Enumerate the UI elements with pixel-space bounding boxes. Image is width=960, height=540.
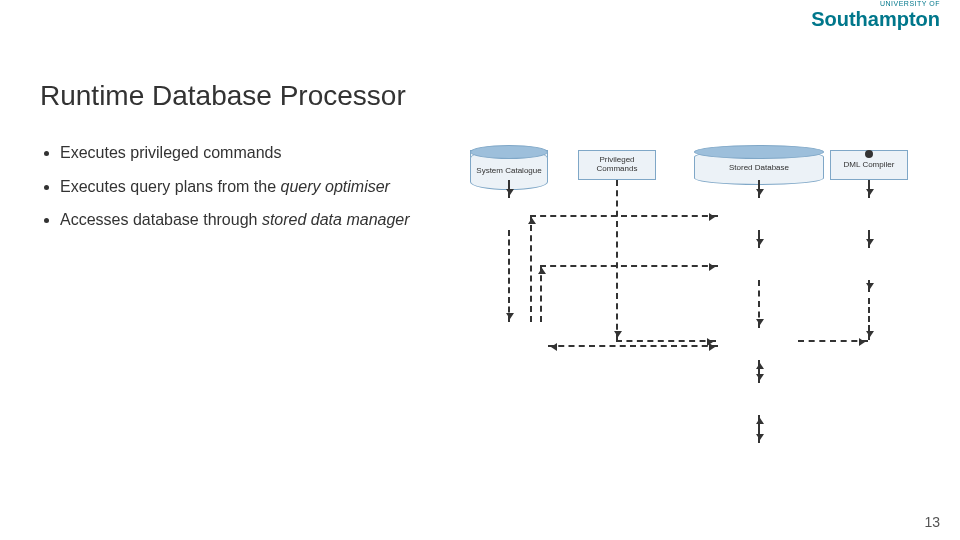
arrow — [530, 215, 532, 322]
box-privileged-commands: Privileged Commands — [578, 150, 656, 180]
page-number: 13 — [924, 514, 940, 530]
logo-subtitle: UNIVERSITY OF — [880, 0, 940, 7]
arrow — [868, 298, 870, 340]
bullet-item: Accesses database through stored data ma… — [60, 207, 440, 233]
architecture-diagram: DDL Statements Privileged Commands Inter… — [460, 150, 960, 530]
bullet-item: Executes privileged commands — [60, 140, 440, 166]
arrow — [616, 180, 618, 340]
arrow — [758, 280, 760, 328]
arrow — [540, 265, 718, 267]
bullet-item: Executes query plans from the query opti… — [60, 174, 440, 200]
arrow — [758, 360, 760, 383]
arrow — [616, 340, 716, 342]
arrow — [540, 265, 542, 322]
arrow — [530, 215, 718, 217]
arrow — [868, 280, 870, 292]
arrow — [798, 340, 868, 342]
slide-title: Runtime Database Processor — [40, 80, 406, 112]
arrow — [758, 180, 760, 198]
arrow — [758, 230, 760, 248]
arrow — [868, 180, 870, 198]
arrow — [508, 180, 510, 198]
arrow — [508, 230, 510, 322]
arrow — [868, 230, 870, 248]
bullet-list: Executes privileged commands Executes qu… — [40, 140, 440, 241]
arrow — [758, 415, 760, 443]
junction-dot — [865, 150, 873, 158]
university-logo: Southampton — [811, 8, 940, 31]
arrow — [548, 345, 718, 347]
